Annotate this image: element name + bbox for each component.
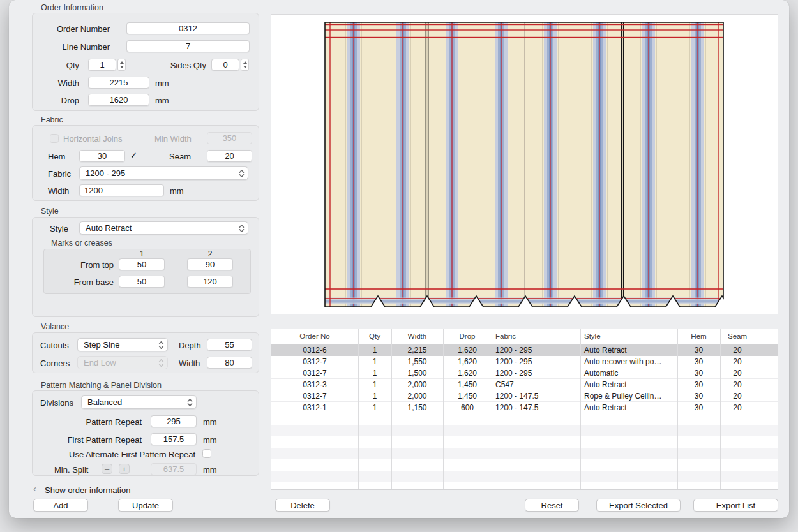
screen: { "order_information": { "title": "Order… xyxy=(0,0,798,532)
line-number-label: Line Number xyxy=(33,42,110,52)
qty-input[interactable]: 1 xyxy=(88,59,116,71)
show-order-information-link[interactable]: Show order information xyxy=(45,485,130,495)
hem-input[interactable]: 30 xyxy=(79,150,125,162)
table-cell: 1 xyxy=(358,390,391,402)
corners-dropdown: End Low xyxy=(77,356,168,369)
valance-width-input[interactable]: 80 xyxy=(207,357,252,369)
table-row[interactable]: 0312-711,5001,6201200 - 295Automatic3020 xyxy=(271,367,778,379)
table-cell: 1,450 xyxy=(443,379,492,390)
table-cell: 1,150 xyxy=(391,402,443,413)
add-button[interactable]: Add xyxy=(33,499,88,512)
min-split-increment-button[interactable]: + xyxy=(119,464,130,474)
column-header-hem[interactable]: Hem xyxy=(677,329,720,344)
fabric-preview-canvas xyxy=(271,14,778,314)
table-cell: 1200 - 147.5 xyxy=(492,390,580,402)
export-selected-button[interactable]: Export Selected xyxy=(596,499,681,512)
table-cell: 20 xyxy=(720,367,755,379)
fabric-width-unit: mm xyxy=(170,186,184,196)
qty-stepper[interactable] xyxy=(117,59,126,71)
delete-button[interactable]: Delete xyxy=(275,499,330,512)
column-header-fabric[interactable]: Fabric xyxy=(492,329,580,344)
section-title-order-information: Order Information xyxy=(41,3,103,12)
from-top-1-input[interactable]: 50 xyxy=(119,258,165,270)
table-cell: 1200 - 295 xyxy=(492,367,580,379)
cutouts-dropdown[interactable]: Step Sine xyxy=(77,338,168,351)
divisions-dropdown[interactable]: Balanced xyxy=(81,395,197,409)
use-alternate-checkbox[interactable] xyxy=(202,449,211,458)
drop-input[interactable]: 1620 xyxy=(88,94,149,106)
fabric-preview-svg xyxy=(271,15,778,314)
cutouts-label: Cutouts xyxy=(40,341,69,350)
min-split-decrement-button[interactable]: – xyxy=(102,464,112,474)
pattern-repeat-input[interactable]: 295 xyxy=(151,415,197,427)
order-lines-table[interactable]: Order NoQtyWidthDropFabricStyleHemSeam 0… xyxy=(271,329,778,490)
divisions-dropdown-value: Balanced xyxy=(87,397,122,407)
column-header-qty[interactable]: Qty xyxy=(358,329,391,344)
hem-checkmark-icon[interactable]: ✓ xyxy=(130,151,137,160)
table-cell: 1 xyxy=(358,344,391,356)
marks-col-1-header: 1 xyxy=(119,249,165,258)
table-cell: Auto Retract xyxy=(580,344,677,356)
column-header-order-no[interactable]: Order No xyxy=(271,329,358,344)
table-cell: 20 xyxy=(720,344,755,356)
section-title-style: Style xyxy=(41,207,59,216)
pattern-repeat-unit: mm xyxy=(203,417,217,427)
export-list-button[interactable]: Export List xyxy=(693,499,778,512)
fabric-label: Fabric xyxy=(48,169,71,179)
table-cell: Auto recover with po… xyxy=(580,356,677,367)
from-top-2-input[interactable]: 90 xyxy=(187,258,233,270)
table-cell: 1 xyxy=(358,402,391,413)
column-separator xyxy=(720,329,721,489)
seam-input[interactable]: 20 xyxy=(207,150,252,162)
width-input[interactable]: 2215 xyxy=(88,77,149,89)
depth-input[interactable]: 55 xyxy=(207,339,252,351)
from-base-1-input[interactable]: 50 xyxy=(119,276,165,288)
table-row[interactable]: 0312-111,1506001200 - 147.5Auto Retract3… xyxy=(271,402,778,413)
first-pattern-repeat-label: First Pattern Repeat xyxy=(47,435,142,445)
table-cell: 2,000 xyxy=(391,379,443,390)
from-base-2-input[interactable]: 120 xyxy=(187,276,233,288)
corners-dropdown-value: End Low xyxy=(84,358,116,367)
table-row[interactable]: 0312-612,2151,6201200 - 295Auto Retract3… xyxy=(271,344,778,356)
fabric-dropdown[interactable]: 1200 - 295 xyxy=(79,166,248,180)
order-number-input[interactable]: 0312 xyxy=(126,22,250,34)
table-cell: 30 xyxy=(677,344,720,356)
reset-button[interactable]: Reset xyxy=(525,499,579,512)
style-dropdown[interactable]: Auto Retract xyxy=(79,221,248,235)
table-cell: 20 xyxy=(720,379,755,390)
table-cell: 20 xyxy=(720,402,755,413)
table-row[interactable]: 0312-312,0001,450C547Auto Retract3020 xyxy=(271,379,778,390)
line-number-input[interactable]: 7 xyxy=(126,40,250,52)
table-row[interactable]: 0312-712,0001,4501200 - 147.5Rope & Pull… xyxy=(271,390,778,402)
width-label: Width xyxy=(33,78,79,88)
drop-label: Drop xyxy=(33,96,79,105)
table-cell: 1200 - 295 xyxy=(492,356,580,367)
table-row[interactable]: 0312-711,5501,6201200 - 295Auto recover … xyxy=(271,356,778,367)
column-header-style[interactable]: Style xyxy=(580,329,677,344)
column-header-drop[interactable]: Drop xyxy=(443,329,492,344)
first-pattern-repeat-input[interactable]: 157.5 xyxy=(151,433,197,445)
table-cell: 20 xyxy=(720,390,755,402)
table-cell: 0312-6 xyxy=(271,344,358,356)
update-button[interactable]: Update xyxy=(118,499,173,512)
table-cell: 30 xyxy=(677,356,720,367)
table-cell: 30 xyxy=(677,379,720,390)
table-body[interactable]: 0312-612,2151,6201200 - 295Auto Retract3… xyxy=(271,344,778,489)
from-base-label: From base xyxy=(47,277,114,287)
column-header-seam[interactable]: Seam xyxy=(720,329,755,344)
collapse-chevron-icon[interactable]: ‹ xyxy=(33,483,36,494)
fabric-width-input[interactable]: 1200 xyxy=(79,184,164,196)
column-header-width[interactable]: Width xyxy=(391,329,443,344)
table-header: Order NoQtyWidthDropFabricStyleHemSeam xyxy=(271,329,778,344)
table-cell: 2,000 xyxy=(391,390,443,402)
sides-qty-stepper[interactable] xyxy=(241,59,249,71)
stepper-up-icon xyxy=(120,61,124,64)
column-separator xyxy=(492,329,492,489)
table-cell: 0312-3 xyxy=(271,379,358,390)
drop-unit: mm xyxy=(155,96,169,105)
table-cell: Rope & Pulley Ceilin… xyxy=(580,390,677,402)
sides-qty-input[interactable]: 0 xyxy=(211,59,239,71)
depth-label: Depth xyxy=(179,341,201,350)
section-title-valance: Valance xyxy=(41,322,69,331)
table-cell: 2,215 xyxy=(391,344,443,356)
